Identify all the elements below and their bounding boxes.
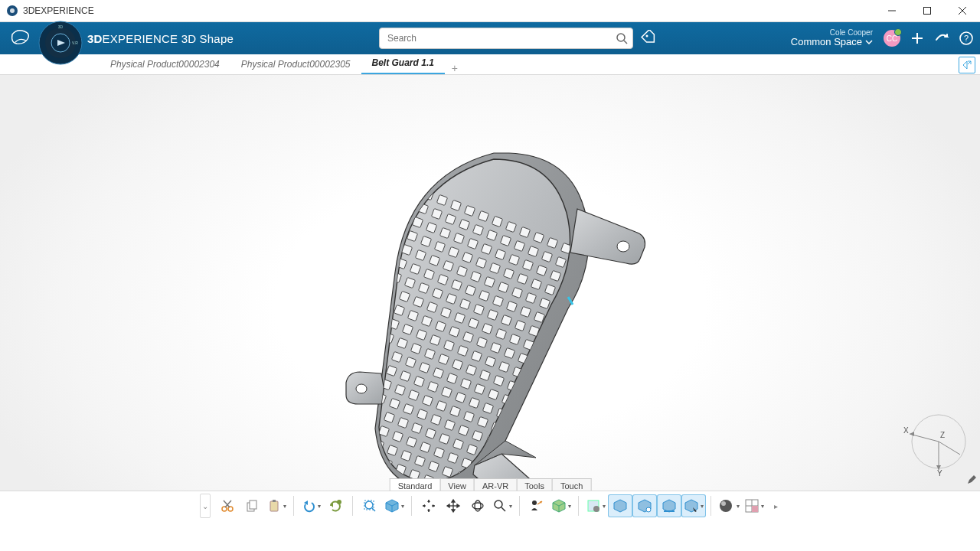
display-mode-button[interactable]: ▾	[583, 494, 608, 517]
brand-bold: 3D	[87, 32, 103, 45]
svg-rect-203	[328, 311, 338, 321]
svg-rect-224	[364, 341, 374, 351]
svg-rect-242	[358, 354, 369, 365]
render-style-button[interactable]: ▾	[549, 494, 573, 517]
collapse-panels-button[interactable]	[959, 57, 975, 73]
svg-rect-402	[283, 468, 293, 478]
ambient-button[interactable]	[608, 494, 632, 517]
ds-logo[interactable]	[6, 22, 35, 54]
svg-rect-385	[302, 459, 312, 470]
recenter-button[interactable]	[416, 494, 441, 517]
svg-rect-334	[359, 434, 370, 445]
svg-rect-42	[390, 192, 400, 203]
tab-add-button[interactable]: +	[445, 62, 465, 74]
svg-rect-384	[288, 454, 299, 465]
appearance-button[interactable]: ▾	[716, 494, 742, 517]
svg-rect-76	[605, 292, 616, 302]
look-at-button[interactable]	[524, 494, 549, 517]
svg-rect-96	[374, 233, 384, 244]
svg-rect-93	[586, 300, 596, 311]
window-close-button[interactable]	[945, 0, 980, 21]
belt-guard-model	[0, 75, 980, 520]
tag-icon[interactable]	[641, 30, 658, 47]
toolbar-expand-right[interactable]: ▸	[771, 494, 780, 517]
svg-rect-220	[562, 402, 573, 412]
svg-rect-293	[301, 380, 312, 390]
svg-rect-275	[306, 366, 317, 377]
window-maximize-button[interactable]	[910, 0, 945, 21]
svg-rect-3	[924, 8, 931, 15]
svg-rect-40	[616, 264, 626, 275]
space-name: Common Space	[791, 37, 862, 47]
svg-point-1	[10, 8, 15, 13]
zoom-button[interactable]: ▾	[490, 494, 514, 517]
svg-rect-312	[309, 399, 320, 409]
svg-rect-239	[317, 338, 328, 349]
svg-marker-506	[304, 500, 308, 505]
annotation-pencil-icon[interactable]	[966, 474, 977, 485]
user-block[interactable]: Cole Cooper Common Space	[791, 28, 873, 47]
window-title: 3DEXPERIENCE	[23, 5, 94, 16]
svg-rect-276	[320, 371, 331, 382]
svg-rect-149	[344, 269, 354, 280]
svg-rect-383	[274, 448, 285, 459]
tab-belt-guard[interactable]: Belt Guard 1.1	[361, 53, 445, 74]
help-button[interactable]: ?	[959, 31, 974, 46]
update-button[interactable]	[323, 494, 348, 517]
svg-rect-41	[376, 187, 387, 197]
avatar[interactable]: CC	[884, 30, 900, 47]
svg-rect-367	[307, 445, 318, 456]
search-input[interactable]	[379, 28, 633, 49]
svg-rect-371	[362, 467, 373, 478]
svg-rect-78	[379, 220, 390, 230]
svg-rect-333	[345, 429, 356, 439]
grid-button[interactable]: ▾	[742, 494, 766, 517]
svg-rect-223	[350, 335, 361, 346]
svg-rect-353	[368, 453, 378, 464]
svg-rect-57	[596, 272, 607, 283]
svg-line-495	[939, 442, 960, 455]
share-button[interactable]	[934, 31, 949, 46]
view-orientation-button[interactable]: ▾	[382, 494, 407, 517]
svg-rect-236	[529, 405, 540, 416]
svg-rect-419	[263, 476, 274, 487]
svg-marker-525	[452, 510, 455, 512]
add-button[interactable]	[910, 31, 925, 46]
tab-physical-product-2304[interactable]: Physical Product00002304	[100, 54, 230, 74]
svg-rect-331	[318, 418, 328, 429]
svg-rect-97	[387, 239, 398, 249]
cut-button[interactable]	[215, 494, 240, 517]
selection-mode-button[interactable]: ▾	[681, 494, 706, 517]
svg-rect-58	[610, 278, 621, 289]
view-triad[interactable]: X Y Z	[893, 407, 969, 476]
undo-button[interactable]: ▾	[299, 494, 323, 517]
tab-physical-product-2305[interactable]: Physical Product00002305	[230, 54, 361, 74]
fit-all-button[interactable]	[358, 494, 382, 517]
svg-rect-272	[518, 432, 529, 443]
rotate-button[interactable]	[466, 494, 490, 517]
search-button[interactable]	[613, 30, 630, 47]
collab-space-selector: Common Space	[791, 37, 873, 47]
window-minimize-button[interactable]	[874, 0, 910, 21]
svg-rect-165	[564, 355, 575, 366]
viewport-3d[interactable]: X Y Z Standard View AR-VR Tools Touch ⌄ …	[0, 75, 980, 520]
svg-rect-166	[578, 360, 589, 371]
svg-marker-524	[452, 500, 455, 502]
svg-rect-169	[366, 294, 377, 305]
copy-button[interactable]	[240, 494, 264, 517]
window-titlebar: 3DEXPERIENCE	[0, 0, 980, 22]
paste-button[interactable]: ▾	[264, 494, 289, 517]
perspective-button[interactable]	[632, 494, 657, 517]
svg-rect-256	[551, 429, 562, 440]
svg-rect-115	[382, 253, 393, 263]
svg-rect-60	[384, 206, 395, 217]
svg-rect-219	[548, 396, 559, 407]
pan-button[interactable]	[441, 494, 466, 517]
toolbar-expand-left[interactable]: ⌄	[200, 494, 211, 518]
svg-line-531	[501, 507, 505, 511]
svg-rect-183	[559, 369, 570, 380]
ground-button[interactable]	[657, 494, 681, 517]
compass-icon[interactable]: 3D V.R	[38, 21, 83, 65]
svg-rect-75	[591, 286, 602, 297]
svg-rect-348	[299, 426, 309, 437]
